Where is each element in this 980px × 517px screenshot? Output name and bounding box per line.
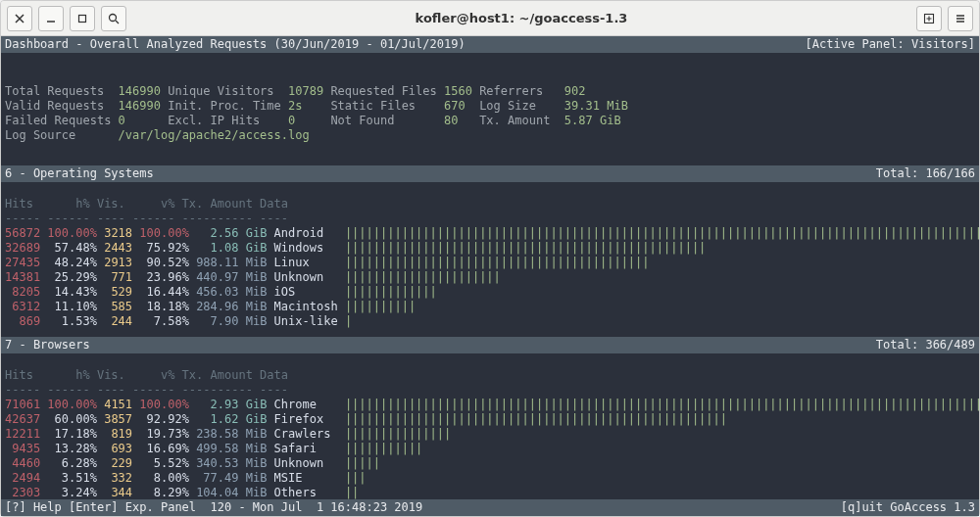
stat-req-files-label: Requested Files <box>330 84 436 98</box>
minimize-button[interactable] <box>38 6 64 31</box>
panel-os-total: Total: 166/166 <box>876 166 975 181</box>
table-row[interactable]: 12211 17.18% 819 19.73% 238.58 MiB Crawl… <box>1 427 979 442</box>
stat-excl-label: Excl. IP Hits <box>168 114 260 127</box>
panel-br-sep: ----- ------ ---- ------ ---------- ---- <box>1 383 979 398</box>
panel-br-title: 7 - Browsers <box>5 338 90 352</box>
stat-notfound-value: 80 <box>444 114 458 127</box>
stat-logsrc-label: Log Source <box>5 128 75 142</box>
table-row[interactable]: 4460 6.28% 229 5.52% 340.53 MiB Unknown … <box>1 456 979 471</box>
table-row[interactable]: 6312 11.10% 585 18.18% 284.96 MiB Macint… <box>1 300 979 314</box>
panel-br-total: Total: 366/489 <box>876 338 975 352</box>
stat-tx-value: 5.87 GiB <box>564 114 621 127</box>
menu-button[interactable] <box>948 6 973 31</box>
stat-logsrc-value: /var/log/apache2/access.log <box>119 128 310 142</box>
panel-br-header[interactable]: 7 - Browsers Total: 366/489 <box>1 337 979 353</box>
stat-tx-label: Tx. Amount <box>479 114 550 127</box>
table-row[interactable]: 9435 13.28% 693 16.69% 499.58 MiB Safari… <box>1 442 979 456</box>
panel-os-columns: Hits h% Vis. v% Tx. Amount Data <box>1 197 979 212</box>
overall-stats: Total Requests 146990 Unique Visitors 10… <box>1 53 979 158</box>
table-row[interactable]: 2303 3.24% 344 8.29% 104.04 MiB Others |… <box>1 486 979 500</box>
stat-total-req-label: Total Requests <box>5 84 104 98</box>
stat-notfound-label: Not Found <box>330 114 394 127</box>
new-tab-button[interactable] <box>916 6 942 31</box>
active-panel-label: [Active Panel: Visitors] <box>806 37 975 52</box>
minimize-icon <box>46 14 56 24</box>
panel-os-sep: ----- ------ ---- ------ ---------- ---- <box>1 212 979 226</box>
stat-valid-req-value: 146990 <box>119 99 161 113</box>
stat-static-value: 670 <box>444 99 466 113</box>
table-row[interactable]: 869 1.53% 244 7.58% 7.90 MiB Unix-like | <box>1 314 979 329</box>
table-row[interactable]: 71061 100.00% 4151 100.00% 2.93 GiB Chro… <box>1 398 979 412</box>
table-row[interactable]: 32689 57.48% 2443 75.92% 1.08 GiB Window… <box>1 241 979 256</box>
table-row[interactable]: 2494 3.51% 332 8.00% 77.49 MiB MSIE ||| <box>1 471 979 486</box>
stat-failed-value: 0 <box>119 114 125 127</box>
table-row[interactable]: 8205 14.43% 529 16.44% 456.03 MiB iOS ||… <box>1 285 979 300</box>
stat-logsize-label: Log Size <box>479 99 536 113</box>
stat-uniq-vis-label: Unique Visitors <box>168 84 273 98</box>
search-icon <box>108 13 120 24</box>
stat-static-label: Static Files <box>330 99 416 113</box>
footer-left: [?] Help [Enter] Exp. Panel 120 - Mon Ju… <box>5 500 422 514</box>
stat-uniq-vis-value: 10789 <box>288 84 323 98</box>
stat-init-label: Init. Proc. Time <box>168 99 281 113</box>
stat-total-req-value: 146990 <box>119 84 161 98</box>
table-row[interactable]: 14381 25.29% 771 23.96% 440.97 MiB Unkno… <box>1 270 979 285</box>
stat-failed-label: Failed Requests <box>5 114 111 127</box>
stat-init-value: 2s <box>288 99 302 113</box>
titlebar: kofler@host1: ~/goaccess-1.3 <box>1 1 979 36</box>
panel-os-rows: 56872 100.00% 3218 100.00% 2.56 GiB Andr… <box>1 226 979 329</box>
status-footer: [?] Help [Enter] Exp. Panel 120 - Mon Ju… <box>1 499 979 516</box>
dashboard-header: Dashboard - Overall Analyzed Requests (3… <box>1 36 979 53</box>
table-row[interactable]: 56872 100.00% 3218 100.00% 2.56 GiB Andr… <box>1 226 979 241</box>
panel-os-header[interactable]: 6 - Operating Systems Total: 166/166 <box>1 165 979 182</box>
footer-right: [q]uit GoAccess 1.3 <box>841 500 975 515</box>
table-row[interactable]: 27435 48.24% 2913 90.52% 988.11 MiB Linu… <box>1 256 979 270</box>
stat-req-files-value: 1560 <box>444 84 472 98</box>
panel-os-colhead <box>1 182 979 197</box>
close-button[interactable] <box>7 6 32 31</box>
maximize-icon <box>77 14 87 24</box>
svg-point-1 <box>110 14 117 21</box>
svg-rect-0 <box>79 15 86 22</box>
close-icon <box>15 14 24 24</box>
panel-br-columns: Hits h% Vis. v% Tx. Amount Data <box>1 368 979 383</box>
stat-valid-req-label: Valid Requests <box>5 99 104 113</box>
table-row[interactable]: 42637 60.00% 3857 92.92% 1.62 GiB Firefo… <box>1 412 979 427</box>
search-button[interactable] <box>101 6 126 31</box>
window-title: kofler@host1: ~/goaccess-1.3 <box>132 11 910 25</box>
stat-referrers-label: Referrers <box>479 84 543 98</box>
terminal[interactable]: Dashboard - Overall Analyzed Requests (3… <box>1 36 979 517</box>
stat-referrers-value: 902 <box>564 84 586 98</box>
dashboard-title: Dashboard - Overall Analyzed Requests (3… <box>5 37 466 52</box>
new-tab-icon <box>923 13 935 24</box>
panel-os-title: 6 - Operating Systems <box>5 166 154 181</box>
menu-icon <box>955 13 966 24</box>
stat-logsize-value: 39.31 MiB <box>564 99 628 113</box>
panel-br-rows: 71061 100.00% 4151 100.00% 2.93 GiB Chro… <box>1 398 979 500</box>
maximize-button[interactable] <box>70 6 95 31</box>
